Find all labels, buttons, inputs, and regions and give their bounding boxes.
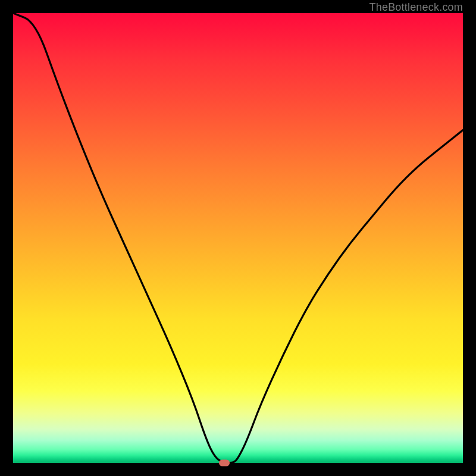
plot-area: [13, 13, 463, 463]
watermark-text: TheBottleneck.com: [369, 1, 463, 14]
minimum-marker: [219, 460, 230, 466]
chart-container: TheBottleneck.com: [0, 0, 476, 476]
bottleneck-curve: [13, 13, 463, 463]
